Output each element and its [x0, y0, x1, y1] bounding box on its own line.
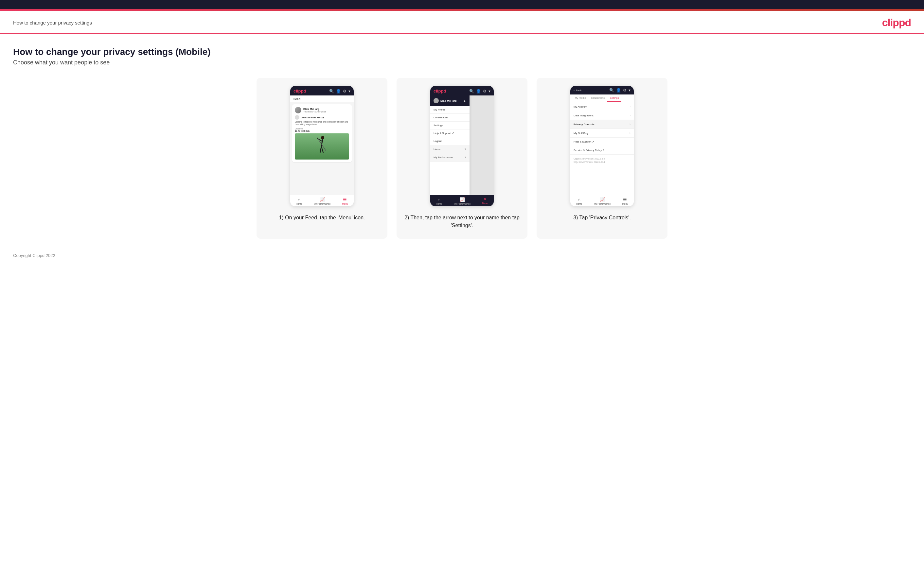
tab-myprofile[interactable]: My Profile	[572, 95, 588, 102]
menu-section: Home ▾ My Performance ▾	[430, 145, 470, 161]
settings-nav: < Back 🔍 👤 ⚙ ▾	[570, 86, 634, 95]
menu-item-settings[interactable]: Settings	[430, 122, 470, 129]
bottom-home-label: Home	[296, 203, 302, 205]
footer: Copyright Clippd 2022	[0, 245, 924, 266]
feed-user-info: Blair McHarg Yesterday · Sunningdale	[303, 108, 326, 113]
menu-item-connections[interactable]: Connections	[430, 114, 470, 122]
header-title: How to change your privacy settings	[13, 20, 92, 26]
phone-1-nav-icons: 🔍 👤 ⚙ ▾	[329, 89, 351, 93]
privacy-controls-label: Privacy Controls	[573, 123, 594, 126]
helpsupport-label: Help & Support ↗	[573, 140, 594, 143]
version-info: Clippd Client Version: 2022.8.3-3 GQL Se…	[570, 155, 634, 166]
settings-item-mygolfbag[interactable]: My Golf Bag ›	[570, 129, 634, 138]
golfer-svg	[315, 135, 328, 158]
feed-label: Feed	[290, 95, 354, 102]
tab-settings[interactable]: Settings	[607, 95, 621, 102]
settings-item-privacy-policy[interactable]: Service & Privacy Policy ↗	[570, 146, 634, 155]
phone-1-nav: clippd 🔍 👤 ⚙ ▾	[290, 86, 354, 95]
menu-item-logout[interactable]: Logout	[430, 137, 470, 145]
data-integrations-label: Data Integrations	[573, 114, 593, 117]
phone-2-content: Blair McHarg ▲ My Profile Connections Se…	[430, 95, 494, 195]
tab-connections[interactable]: Connections	[588, 95, 607, 102]
settings-item-myaccount[interactable]: My Account ›	[570, 102, 634, 111]
phone-3-nav-icons: 🔍 👤 ⚙ ▾	[609, 88, 630, 92]
settings-item-privacy-controls[interactable]: Privacy Controls ›	[570, 120, 634, 129]
logo: clippd	[882, 17, 911, 29]
page-header: How to change your privacy settings clip…	[0, 11, 924, 34]
search-icon-3: 🔍	[609, 88, 614, 92]
phone-2-bottom-bar: ⌂ Home 📈 My Performance ✕ Menu	[430, 195, 494, 206]
menu-icon: ☰	[343, 197, 347, 202]
data-integrations-chevron-icon: ›	[630, 114, 630, 117]
home-icon: ⌂	[298, 197, 300, 202]
phone2-bottom-menu-label: Menu	[482, 202, 488, 204]
phone3-performance-label: My Performance	[594, 203, 611, 205]
phone3-home-label: Home	[576, 203, 582, 205]
phone3-menu-label: Menu	[622, 203, 628, 205]
phone3-bottom-performance[interactable]: 📈 My Performance	[594, 197, 611, 205]
phone3-bottom-menu[interactable]: ☰ Menu	[622, 197, 628, 205]
user-icon-3: 👤	[616, 88, 621, 92]
settings-tabs: My Profile Connections Settings	[570, 95, 634, 102]
phone-2-mockup: clippd 🔍 👤 ⚙ ▾ Bl	[430, 85, 494, 206]
back-button[interactable]: < Back	[573, 89, 582, 92]
phone-1-content: Feed Blair McHarg Yesterday · Sunningdal…	[290, 95, 354, 195]
phone2-bottom-home-label: Home	[436, 203, 443, 205]
chevron-down-icon-3: ▾	[628, 88, 630, 92]
phone-2-nav-icons: 🔍 👤 ⚙ ▾	[469, 89, 491, 93]
mygolfbag-label: My Golf Bag	[573, 132, 588, 135]
phone2-bottom-performance[interactable]: 📈 My Performance	[454, 197, 470, 205]
svg-line-4	[320, 147, 321, 153]
page-title: How to change your privacy settings (Mob…	[13, 47, 911, 57]
svg-line-5	[321, 147, 323, 153]
steps-row: clippd 🔍 👤 ⚙ ▾ Feed Blair McHa	[13, 78, 911, 239]
close-icon: ✕	[484, 197, 486, 201]
menu-item-helpsupport[interactable]: Help & Support ↗	[430, 129, 470, 137]
version-gql: GQL Server Version: 2022.7.30-1	[573, 161, 630, 164]
myaccount-label: My Account	[573, 105, 587, 108]
svg-point-0	[321, 136, 324, 139]
phone2-bottom-close[interactable]: ✕ Menu	[482, 197, 488, 205]
menu-user-row[interactable]: Blair McHarg ▲	[430, 95, 470, 106]
settings-icon-3: ⚙	[623, 88, 627, 92]
mygolfbag-chevron-icon: ›	[630, 131, 630, 135]
version-client: Clippd Client Version: 2022.8.3-3	[573, 157, 630, 161]
search-icon-2: 🔍	[469, 89, 474, 93]
page-subtitle: Choose what you want people to see	[13, 59, 911, 66]
feed-duration-val: 01 hr : 30 min	[295, 130, 349, 132]
privacy-policy-label: Service & Privacy Policy ↗	[573, 149, 605, 152]
menu-section-performance[interactable]: My Performance ▾	[430, 153, 470, 161]
menu-user-info: Blair McHarg	[433, 98, 456, 103]
step-2-card: clippd 🔍 👤 ⚙ ▾ Bl	[397, 78, 527, 239]
step-1-description: 1) On your Feed, tap the 'Menu' icon.	[279, 214, 365, 222]
phone-bottom-home[interactable]: ⌂ Home	[296, 197, 302, 205]
menu-user-chevron-icon: ▲	[463, 99, 466, 103]
phone2-bottom-perf-label: My Performance	[454, 203, 470, 205]
menu-item-myprofile[interactable]: My Profile	[430, 106, 470, 114]
menu-user-name: Blair McHarg	[440, 99, 456, 102]
feed-lesson-title: Lesson with Fordy	[301, 116, 324, 119]
feed-user-sub: Yesterday · Sunningdale	[303, 111, 326, 113]
home-icon-2: ⌂	[438, 197, 440, 202]
performance-icon-3: 📈	[600, 197, 605, 202]
step-1-card: clippd 🔍 👤 ⚙ ▾ Feed Blair McHa	[257, 78, 388, 239]
settings-item-data-integrations[interactable]: Data Integrations ›	[570, 111, 634, 120]
chevron-down-icon-2: ▾	[488, 89, 491, 93]
phone-bottom-performance[interactable]: 📈 My Performance	[314, 197, 331, 205]
phone3-bottom-home[interactable]: ⌂ Home	[576, 197, 582, 205]
phone2-bottom-home[interactable]: ⌂ Home	[436, 197, 443, 205]
settings-item-helpsupport[interactable]: Help & Support ↗	[570, 138, 634, 146]
bottom-performance-label: My Performance	[314, 203, 331, 205]
menu-section-home[interactable]: Home ▾	[430, 145, 470, 153]
performance-icon-2: 📈	[460, 197, 465, 202]
phone-2-logo: clippd	[433, 89, 446, 93]
settings-icon-2: ⚙	[483, 89, 486, 93]
step-3-description: 3) Tap 'Privacy Controls'.	[573, 214, 631, 222]
feed-user-row: Blair McHarg Yesterday · Sunningdale	[295, 107, 349, 113]
user-icon: 👤	[336, 89, 341, 93]
phone-3-bottom-bar: ⌂ Home 📈 My Performance ☰ Menu	[570, 195, 634, 206]
svg-line-3	[317, 138, 318, 139]
phone-bottom-menu[interactable]: ☰ Menu	[342, 197, 348, 205]
menu-icon-3: ☰	[623, 197, 627, 202]
phone-1-mockup: clippd 🔍 👤 ⚙ ▾ Feed Blair McHa	[290, 85, 354, 206]
